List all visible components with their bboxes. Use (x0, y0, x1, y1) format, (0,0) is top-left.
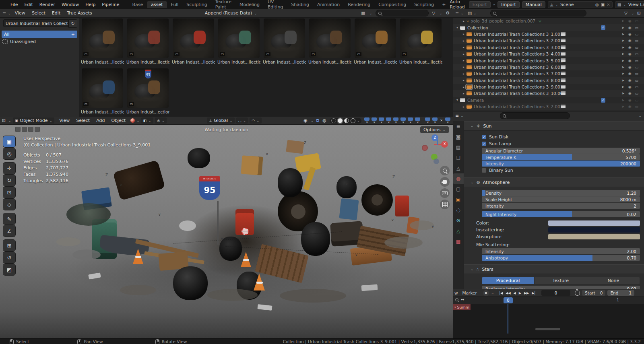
hide-eye-icon[interactable]: ◉ (628, 45, 632, 49)
properties-tab-tool[interactable]: ≡ (453, 121, 464, 132)
pipeline-toggle[interactable]: ✕ (371, 117, 377, 124)
wireframe-shading-icon[interactable] (331, 118, 336, 123)
menu-file[interactable]: File (7, 2, 21, 7)
outliner-row[interactable]: ▸Urban Industrial Trash Collections 3_3.… (453, 44, 644, 51)
outliner-editor-icon[interactable]: ≡ (455, 10, 459, 16)
properties-tab-world[interactable]: ◍ (453, 173, 464, 184)
menu-help[interactable]: Help (82, 2, 99, 7)
triangle-right-icon[interactable]: ▸ (462, 105, 466, 109)
panel-header-sun[interactable]: ⌄☼Sun (464, 121, 644, 131)
color-swatch[interactable] (548, 234, 640, 239)
auto-keying-icon[interactable] (575, 290, 580, 296)
triangle-right-icon[interactable]: ▸ (462, 85, 466, 89)
pipeline-toggle[interactable]: ✕ (407, 117, 413, 124)
outliner-row[interactable]: ▾Collection✓➤◉▭ (453, 24, 644, 31)
overlay-tab-icon[interactable] (35, 127, 40, 132)
options-button[interactable]: Options ⌄ (420, 126, 449, 133)
tool-add-cube[interactable]: ⊞ (3, 240, 15, 251)
properties-tab-render[interactable]: ◙ (453, 132, 464, 142)
hide-eye-icon[interactable]: ◉ (628, 91, 632, 95)
hide-eye-icon[interactable]: ◉ (628, 72, 632, 76)
slider-intensity[interactable]: Intensity2.00 (482, 248, 640, 254)
tool-spin[interactable]: ↺ (3, 252, 15, 263)
jump-to-start-button[interactable]: |◀ (498, 291, 504, 295)
properties-tab-collection[interactable]: ▢ (453, 184, 464, 194)
tool-measure[interactable]: ∠ (3, 225, 15, 237)
add-catalog-icon[interactable]: + (71, 32, 75, 37)
tool-settings-dropdown[interactable]: ◧⌄ (141, 117, 153, 124)
summary-channel[interactable]: ▾ Summ (453, 304, 471, 310)
workspace-tab-shading[interactable]: Shading (287, 1, 313, 8)
asset-item[interactable]: ▭Urban Indust...llections 3_9 (81, 68, 124, 114)
triangle-right-icon[interactable]: ▸ (462, 92, 466, 95)
disable-viewport-icon[interactable]: ▭ (635, 52, 638, 56)
viewport-menu-view[interactable]: View (56, 118, 73, 123)
filter-icon[interactable]: ▽ (432, 10, 435, 16)
asset-library-dropdown[interactable]: Urban Industrial Trash Collections 3 ⌄ (3, 19, 68, 27)
disable-viewport-icon[interactable]: ▭ (635, 59, 638, 63)
workspace-tab-scripting[interactable]: Scripting (410, 1, 438, 8)
mode-dropdown[interactable]: ▣ Object Mode ⌄ (13, 117, 54, 124)
color-swatch[interactable] (548, 220, 640, 226)
viewport-3d[interactable]: ⊡ ⌄ ▣ Object Mode ⌄ ViewSelectAddObject … (0, 117, 453, 338)
outliner-row[interactable]: ▸Urban Industrial Trash Collections 3_9.… (453, 84, 644, 90)
show-gizmo-icon[interactable]: ◉ (303, 118, 308, 123)
properties-tab-data[interactable]: △ (453, 226, 464, 236)
triangle-right-icon[interactable]: ▸ (462, 59, 466, 62)
hide-eye-icon[interactable]: ◉ (628, 39, 632, 43)
overlay-tab-icon[interactable] (15, 127, 21, 132)
disable-viewport-icon[interactable]: ▭ (635, 98, 638, 102)
material-preview-icon[interactable] (130, 118, 135, 123)
pipeline-toggle[interactable]: ✕ (400, 117, 406, 124)
disable-viewport-icon[interactable]: ▭ (635, 39, 638, 43)
disable-viewport-icon[interactable]: ▭ (635, 45, 638, 49)
workspace-tab-animation[interactable]: Animation (313, 1, 344, 8)
filter-icon[interactable]: ▽ (624, 10, 627, 16)
collection-checkbox[interactable]: ✓ (601, 98, 605, 103)
triangle-right-icon[interactable]: ▸ (462, 52, 466, 56)
asset-item[interactable]: 95▭Urban Indust...ections 3_1 (126, 68, 169, 114)
overlay-tab-icon[interactable] (28, 127, 33, 132)
proportional-edit-dropdown[interactable]: ◠⌄ (250, 117, 261, 124)
properties-tab-view-layer[interactable]: ❏ (453, 152, 464, 163)
tool-scale[interactable]: ⊡ (3, 187, 15, 198)
checkbox[interactable]: ✓ (482, 142, 486, 146)
hide-eye-icon[interactable]: ◉ (628, 19, 632, 23)
hide-eye-icon[interactable]: ◉ (628, 65, 632, 69)
selectable-icon[interactable]: ➤ (621, 72, 625, 76)
properties-tab-constraints[interactable]: ⊗ (453, 215, 464, 226)
slider-night-intensity[interactable]: Night Intensity0.02 (482, 211, 640, 217)
slider-anisotropy[interactable]: Anisotropy0.70 (482, 255, 640, 261)
xray-toggle-icon[interactable]: ⧉ (316, 118, 319, 123)
segment-texture[interactable]: Texture (535, 277, 587, 284)
workspace-tab-sculpting[interactable]: Sculpting (182, 1, 211, 8)
asset-item[interactable]: ▭Urban Indust...llections 3_6 (308, 19, 351, 64)
slider-intensity[interactable]: Intensity200000 (482, 161, 640, 167)
timeline-ruler[interactable]: ↔ 0 1 (453, 297, 644, 304)
gizmo-x-axis[interactable]: X (441, 141, 448, 148)
checkbox-row-sun-disk[interactable]: ✓Sun Disk (482, 134, 640, 140)
next-keyframe-button[interactable]: ▶▶ (523, 291, 530, 295)
selectable-icon[interactable]: ➤ (621, 85, 625, 89)
view-menu-clipped[interactable]: w (454, 290, 458, 295)
workspace-tab-rendering[interactable]: Rendering (344, 1, 374, 8)
search-icon[interactable] (455, 298, 458, 301)
selectable-icon[interactable]: ➤ (621, 39, 625, 43)
menu-render[interactable]: Render (36, 2, 58, 7)
view-layer-selector[interactable]: ▤ ⌄ View Layer ▣ ✕ (615, 1, 644, 8)
selectable-icon[interactable]: ➤ (621, 32, 625, 36)
triangle-right-icon[interactable]: ▸ (462, 65, 466, 69)
asset-menu-edit[interactable]: Edit (49, 10, 64, 16)
workspace-tab-asset[interactable]: asset (147, 1, 167, 8)
triangle-right-icon[interactable]: ▸ (462, 39, 466, 43)
orthographic-toggle-button[interactable] (440, 200, 450, 209)
outliner-row[interactable]: ▸▽xoio_3d_people_collection.007▽➤◉▭ (453, 18, 644, 24)
properties-tab-physics[interactable]: ◌ (453, 205, 464, 215)
timeline-scrollbar[interactable] (535, 328, 560, 330)
outliner-row[interactable]: ▸Urban Industrial Trash Collections 3_5.… (453, 57, 644, 64)
import-button[interactable]: Import (497, 1, 520, 8)
properties-search-input[interactable] (500, 112, 570, 119)
workspace-tab-compositing[interactable]: Compositing (374, 1, 410, 8)
gizmo-z-axis[interactable]: Z (431, 134, 438, 141)
pipeline-toggle[interactable]: ✕ (415, 117, 421, 124)
